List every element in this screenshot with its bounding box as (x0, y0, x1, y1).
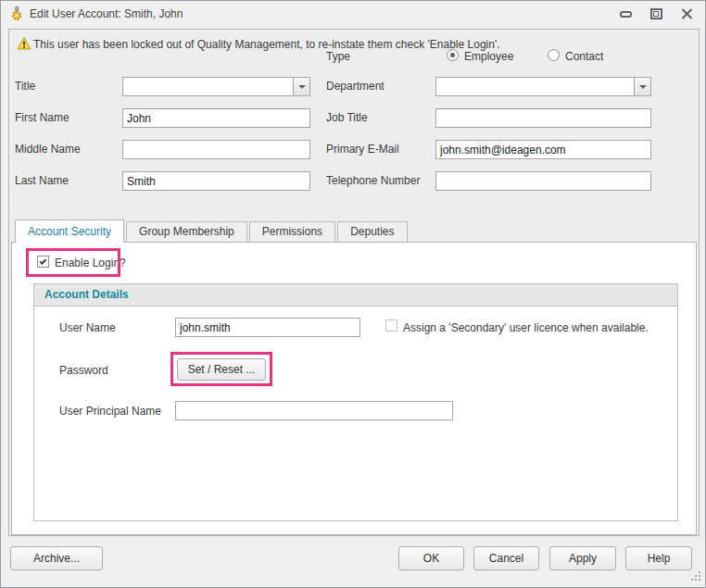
radio-contact-label: Contact (565, 50, 603, 63)
tab-bar: Account Security Group Membership Permis… (15, 219, 410, 242)
tab-account-security[interactable]: Account Security (15, 219, 124, 243)
cancel-button[interactable]: Cancel (473, 546, 539, 570)
tab-group-membership[interactable]: Group Membership (126, 221, 247, 242)
radio-employee[interactable] (447, 49, 459, 61)
radio-employee-label: Employee (464, 50, 513, 63)
middle-name-label: Middle Name (15, 143, 81, 156)
department-combo[interactable] (435, 77, 651, 96)
maximize-icon (650, 8, 662, 19)
password-label: Password (59, 364, 108, 377)
radio-contact[interactable] (548, 49, 560, 61)
type-label: Type (326, 50, 350, 63)
department-label: Department (326, 80, 385, 93)
chevron-down-icon (298, 85, 306, 89)
primary-email-input[interactable] (435, 140, 651, 159)
footer-bar: Archive... OK Cancel Apply Help (1, 536, 706, 588)
telephone-number-label: Telephone Number (326, 174, 420, 187)
title-combo-dropdown-button[interactable] (293, 78, 309, 95)
minimize-icon (620, 11, 632, 18)
account-details-title: Account Details (44, 288, 129, 301)
user-name-label: User Name (59, 321, 116, 334)
account-security-panel: Enable Login? Account Details User Name … (11, 242, 697, 535)
tab-deputies[interactable]: Deputies (337, 221, 407, 242)
minimize-button[interactable] (618, 6, 633, 21)
window-controls (618, 1, 694, 27)
department-combo-dropdown-button[interactable] (634, 78, 650, 95)
archive-button[interactable]: Archive... (10, 546, 103, 570)
help-button[interactable]: Help (625, 546, 692, 570)
user-name-input[interactable] (175, 318, 360, 337)
resize-grip-icon[interactable] (699, 579, 700, 581)
window-title: Edit User Account: Smith, John (30, 1, 183, 27)
last-name-label: Last Name (15, 174, 69, 187)
titlebar: Edit User Account: Smith, John (1, 1, 705, 27)
apply-button[interactable]: Apply (549, 546, 616, 570)
user-principal-name-label: User Principal Name (59, 405, 161, 418)
radio-dot (450, 53, 455, 57)
warning-triangle-icon (17, 36, 32, 51)
maximize-button[interactable] (649, 6, 663, 21)
user-gear-icon (9, 6, 25, 21)
primary-email-label: Primary E-Mail (326, 143, 399, 156)
enable-login-checkbox[interactable] (37, 256, 49, 268)
tab-permissions[interactable]: Permissions (249, 221, 335, 242)
secondary-licence-label: Assign a 'Secondary' user licence when a… (403, 321, 649, 334)
close-button[interactable] (679, 6, 694, 21)
check-icon (40, 257, 47, 265)
lockout-warning-text: This user has been locked out of Quality… (33, 38, 500, 51)
set-reset-password-button[interactable]: Set / Reset ... (177, 358, 266, 381)
chevron-down-icon (639, 85, 647, 89)
title-combo[interactable] (122, 77, 310, 96)
account-details-group: Account Details User Name Assign a 'Seco… (33, 283, 678, 521)
user-principal-name-input[interactable] (175, 401, 453, 420)
first-name-label: First Name (15, 111, 69, 124)
close-icon (681, 8, 693, 19)
enable-login-label: Enable Login? (55, 256, 126, 269)
account-details-header: Account Details (34, 284, 677, 307)
dialog-content: This user has been locked out of Quality… (8, 29, 700, 536)
first-name-input[interactable] (122, 108, 310, 128)
edit-user-account-dialog: Edit User Account: Smith, John This user… (0, 0, 706, 588)
title-label: Title (15, 80, 35, 93)
job-title-label: Job Title (326, 111, 368, 124)
last-name-input[interactable] (122, 171, 310, 191)
telephone-number-input[interactable] (435, 171, 651, 191)
middle-name-input[interactable] (122, 140, 310, 159)
secondary-licence-checkbox[interactable] (385, 319, 397, 332)
ok-button[interactable]: OK (398, 546, 464, 570)
job-title-input[interactable] (435, 108, 651, 128)
